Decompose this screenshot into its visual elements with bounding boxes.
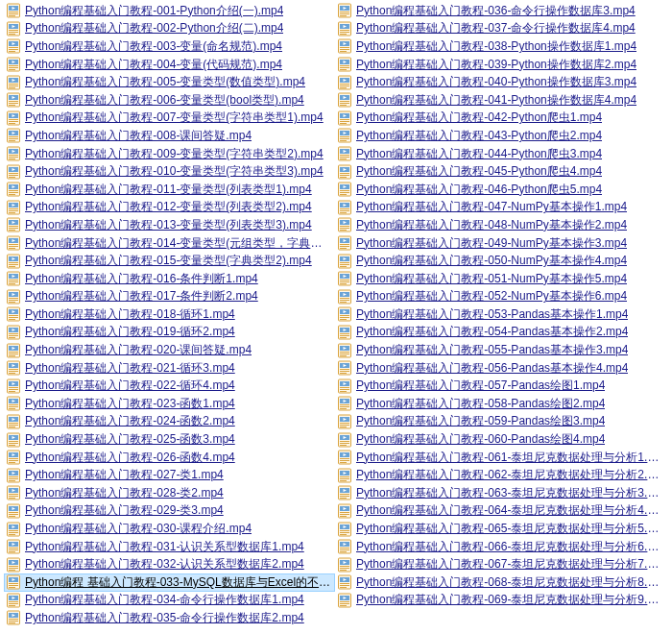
svg-rect-135 [9, 404, 18, 405]
file-name: Python编程基础入门教程-024-函数2.mp4 [25, 413, 235, 429]
file-item[interactable]: Python编程基础入门教程-005-变量类型(数值类型).mp4 [4, 73, 335, 91]
file-item[interactable]: Python编程基础入门教程-036-命令行操作数据库3.mp4 [335, 2, 666, 20]
file-item[interactable]: Python编程基础入门教程-051-NumPy基本操作5.mp4 [335, 270, 666, 288]
file-item[interactable]: Python编程基础入门教程-063-泰坦尼克数据处理与分析3.mp4 [335, 484, 666, 502]
svg-rect-257 [340, 140, 347, 141]
file-item[interactable]: Python编程基础入门教程-002-Python介绍(二).mp4 [4, 20, 335, 38]
file-item[interactable]: Python编程基础入门教程-066-泰坦尼克数据处理与分析6.mp4 [335, 538, 666, 556]
file-item[interactable]: Python编程基础入门教程-052-NumPy基本操作6.mp4 [335, 288, 666, 306]
svg-rect-173 [9, 516, 15, 517]
file-item[interactable]: Python编程基础入门教程-015-变量类型(字典类型2).mp4 [4, 252, 335, 270]
svg-rect-5 [9, 15, 15, 16]
file-item[interactable]: Python编程基础入门教程-040-Python操作数据库3.mp4 [335, 73, 666, 91]
file-item[interactable]: Python编程基础入门教程-041-Python操作数据库4.mp4 [335, 91, 666, 110]
file-item[interactable]: Python编程基础入门教程-064-泰坦尼克数据处理与分析4.mp4 [335, 502, 666, 521]
video-file-icon [6, 610, 21, 625]
file-item[interactable]: Python编程基础入门教程-038-Python操作数据库1.mp4 [335, 37, 666, 56]
svg-rect-142 [9, 425, 18, 426]
file-item[interactable]: Python编程基础入门教程-003-变量(命名规范).mp4 [4, 37, 335, 56]
file-item[interactable]: Python编程基础入门教程-017-条件判断2.mp4 [4, 288, 335, 306]
file-item[interactable]: Python编程 基础入门教程-033-MySQL数据库与Excel的不同.mp… [4, 573, 335, 592]
file-item[interactable]: Python编程基础入门教程-029-类3.mp4 [4, 502, 335, 521]
file-item[interactable]: Python编程基础入门教程-055-Pandas基本操作3.mp4 [335, 341, 666, 359]
file-item[interactable]: Python编程基础入门教程-004-变量(代码规范).mp4 [4, 56, 335, 74]
file-item[interactable]: Python编程基础入门教程-069-泰坦尼克数据处理与分析9.mp4 [335, 592, 666, 610]
file-item[interactable]: Python编程基础入门教程-028-类2.mp4 [4, 484, 335, 502]
svg-rect-94 [9, 281, 18, 282]
file-item[interactable]: Python编程基础入门教程-049-NumPy基本操作3.mp4 [335, 234, 666, 253]
file-name: Python编程基础入门教程-027-类1.mp4 [25, 467, 224, 483]
file-item[interactable]: Python编程基础入门教程-068-泰坦尼克数据处理与分析8.mp4 [335, 573, 666, 592]
file-item[interactable]: Python编程基础入门教程-010-变量类型(字符串类型3).mp4 [4, 162, 335, 181]
file-item[interactable]: Python编程基础入门教程-001-Python介绍(一).mp4 [4, 2, 335, 20]
file-item[interactable]: Python编程基础入门教程-067-泰坦尼克数据处理与分析7.mp4 [335, 555, 666, 573]
file-item[interactable]: Python编程基础入门教程-022-循环4.mp4 [4, 377, 335, 395]
file-item[interactable]: Python编程基础入门教程-044-Python爬虫3.mp4 [335, 145, 666, 163]
file-item[interactable]: Python编程基础入门教程-012-变量类型(列表类型2).mp4 [4, 199, 335, 217]
file-item[interactable]: Python编程基础入门教程-060-Pandas绘图4.mp4 [335, 430, 666, 449]
file-item[interactable]: Python编程基础入门教程-058-Pandas绘图2.mp4 [335, 395, 666, 413]
svg-rect-261 [340, 155, 349, 156]
file-item[interactable]: Python编程基础入门教程-024-函数2.mp4 [4, 413, 335, 431]
video-file-icon [6, 182, 21, 197]
svg-rect-297 [340, 262, 349, 263]
file-item[interactable]: Python编程基础入门教程-016-条件判断1.mp4 [4, 270, 335, 288]
video-file-icon [337, 38, 352, 54]
file-item[interactable]: Python编程基础入门教程-025-函数3.mp4 [4, 430, 335, 449]
file-item[interactable]: Python编程基础入门教程-065-泰坦尼克数据处理与分析5.mp4 [335, 520, 666, 538]
video-file-icon [6, 200, 21, 215]
file-item[interactable]: Python编程基础入门教程-054-Pandas基本操作2.mp4 [335, 324, 666, 342]
file-item[interactable]: Python编程基础入门教程-057-Pandas绘图1.mp4 [335, 377, 666, 395]
svg-rect-113 [9, 337, 15, 338]
file-item[interactable]: Python编程基础入门教程-009-变量类型(字符串类型2).mp4 [4, 145, 335, 163]
svg-rect-268 [340, 175, 349, 176]
file-item[interactable]: Python编程基础入门教程-046-Python爬虫5.mp4 [335, 181, 666, 199]
file-item[interactable]: Python编程基础入门教程-013-变量类型(列表类型3).mp4 [4, 216, 335, 234]
file-item[interactable]: Python编程基础入门教程-050-NumPy基本操作4.mp4 [335, 252, 666, 270]
file-item[interactable]: Python编程基础入门教程-032-认识关系型数据库2.mp4 [4, 555, 335, 573]
file-list[interactable]: Python编程基础入门教程-001-Python介绍(一).mp4 Pytho… [0, 0, 672, 634]
file-item[interactable]: Python编程基础入门教程-019-循环2.mp4 [4, 324, 335, 342]
svg-rect-249 [340, 119, 349, 120]
file-item[interactable]: Python编程基础入门教程-059-Pandas绘图3.mp4 [335, 413, 666, 431]
svg-rect-70 [9, 210, 18, 211]
file-item[interactable]: Python编程基础入门教程-018-循环1.mp4 [4, 305, 335, 324]
file-item[interactable]: Python编程基础入门教程-008-课间答疑.mp4 [4, 127, 335, 145]
file-item[interactable]: Python编程基础入门教程-034-命令行操作数据库1.mp4 [4, 592, 335, 610]
svg-rect-273 [340, 190, 349, 191]
file-item[interactable]: Python编程基础入门教程-026-函数4.mp4 [4, 449, 335, 467]
file-item[interactable]: Python编程基础入门教程-014-变量类型(元组类型，字典类型1).mp4 [4, 234, 335, 253]
svg-rect-197 [9, 587, 15, 588]
svg-rect-45 [9, 136, 18, 137]
file-item[interactable]: Python编程基础入门教程-043-Python爬虫2.mp4 [335, 127, 666, 145]
file-item[interactable]: Python编程基础入门教程-023-函数1.mp4 [4, 395, 335, 413]
file-item[interactable]: Python编程基础入门教程-020-课间答疑.mp4 [4, 341, 335, 359]
file-item[interactable]: Python编程基础入门教程-031-认识关系型数据库1.mp4 [4, 538, 335, 556]
svg-rect-148 [9, 443, 18, 444]
svg-rect-100 [9, 300, 18, 301]
file-item[interactable]: Python编程基础入门教程-030-课程介绍.mp4 [4, 520, 335, 538]
file-item[interactable]: Python编程基础入门教程-061-泰坦尼克数据处理与分析1.mp4 [335, 449, 666, 467]
file-item[interactable]: Python编程基础入门教程-056-Pandas基本操作4.mp4 [335, 359, 666, 378]
file-item[interactable]: Python编程基础入门教程-037-命令行操作数据库4.mp4 [335, 20, 666, 38]
file-item[interactable]: Python编程基础入门教程-027-类1.mp4 [4, 466, 335, 484]
file-item[interactable]: Python编程基础入门教程-006-变量类型(bool类型).mp4 [4, 91, 335, 110]
file-name: Python编程基础入门教程-065-泰坦尼克数据处理与分析5.mp4 [356, 521, 664, 537]
file-item[interactable]: Python编程基础入门教程-053-Pandas基本操作1.mp4 [335, 305, 666, 324]
file-item[interactable]: Python编程基础入门教程-042-Python爬虫1.mp4 [335, 110, 666, 128]
svg-rect-58 [9, 175, 18, 176]
svg-rect-269 [340, 177, 347, 178]
file-item[interactable]: Python编程基础入门教程-048-NumPy基本操作2.mp4 [335, 216, 666, 234]
file-item[interactable]: Python编程基础入门教程-007-变量类型(字符串类型1).mp4 [4, 110, 335, 128]
file-item[interactable]: Python编程基础入门教程-045-Python爬虫4.mp4 [335, 162, 666, 181]
file-item[interactable]: Python编程基础入门教程-047-NumPy基本操作1.mp4 [335, 199, 666, 217]
file-name: Python编程基础入门教程-030-课程介绍.mp4 [25, 521, 252, 537]
file-item[interactable]: Python编程基础入门教程-035-命令行操作数据库2.mp4 [4, 609, 335, 627]
file-item[interactable]: Python编程基础入门教程-011-变量类型(列表类型1).mp4 [4, 181, 335, 199]
file-item[interactable]: Python编程基础入门教程-062-泰坦尼克数据处理与分析2.mp4 [335, 466, 666, 484]
file-item[interactable]: Python编程基础入门教程-039-Python操作数据库2.mp4 [335, 56, 666, 74]
svg-rect-167 [9, 498, 15, 499]
svg-rect-382 [340, 514, 349, 515]
file-item[interactable]: Python编程基础入门教程-021-循环3.mp4 [4, 359, 335, 378]
svg-rect-112 [9, 335, 18, 336]
